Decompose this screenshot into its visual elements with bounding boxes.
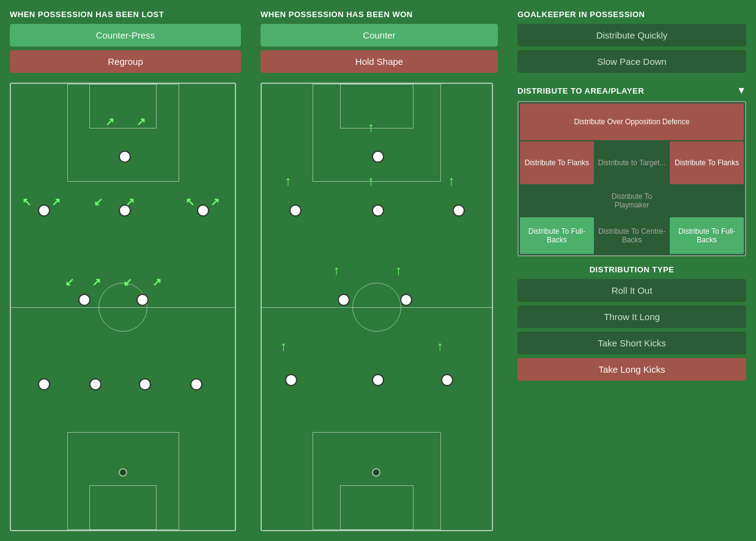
arrow-icon: ↑ [395, 263, 402, 278]
mid-pitch: ↑ ↑ ↑ ↑ ↑ ↑ ↑ ↑ [261, 83, 493, 531]
player [289, 204, 302, 217]
distribute-area-section: DISTRIBUTE TO AREA/PLAYER ▼ Distribute O… [517, 85, 746, 265]
arrow-icon: ↗ [210, 195, 220, 209]
distribute-to-fullbacks-left-btn[interactable]: Distribute To Full-Backs [520, 217, 594, 254]
slow-pace-down-btn[interactable]: Slow Pace Down [517, 50, 746, 73]
arrow-icon: ↑ [280, 338, 287, 354]
player [89, 378, 102, 390]
gk-section-title: GOALKEEPER IN POSSESSION [517, 10, 746, 19]
distribute-to-playmaker-btn[interactable]: Distribute To Playmaker [595, 185, 669, 216]
hold-shape-btn[interactable]: Hold Shape [261, 50, 498, 73]
arrow-icon: ↖ [185, 195, 195, 209]
arrow-icon: ↙ [65, 275, 74, 289]
distribute-to-flanks-left-btn[interactable]: Distribute To Flanks [520, 141, 594, 184]
distribute-quickly-btn[interactable]: Distribute Quickly [517, 24, 746, 47]
mid-column: WHEN POSSESSION HAS BEEN WON Counter Hol… [251, 0, 508, 541]
arrow-icon: ↑ [333, 263, 340, 278]
take-long-kicks-btn[interactable]: Take Long Kicks [517, 358, 746, 381]
arrow-icon: ↑ [448, 173, 455, 189]
distribute-to-centrebacks-btn[interactable]: Distribute To Centre-Backs [595, 217, 669, 254]
player [139, 378, 151, 390]
left-section-title: WHEN POSSESSION HAS BEEN LOST [10, 10, 241, 19]
arrow-icon: ↙ [123, 275, 132, 289]
player [78, 294, 91, 306]
player [372, 374, 384, 386]
arrow-icon: ↑ [368, 173, 374, 189]
roll-it-out-btn[interactable]: Roll It Out [517, 279, 746, 302]
arrow-icon: ↑ [437, 338, 443, 354]
bottom-6yd-box [340, 485, 413, 530]
player [38, 204, 50, 217]
distribute-to-fullbacks-right-btn[interactable]: Distribute To Full-Backs [670, 217, 744, 254]
player [197, 204, 209, 217]
distribute-to-target-btn[interactable]: Distribute to Target... [595, 141, 669, 184]
counter-btn[interactable]: Counter [261, 24, 498, 47]
distribution-type-title: DISTRIBUTION TYPE [517, 265, 746, 274]
top-6yd-box [89, 84, 157, 129]
left-pitch: ↗ ↗ ↖ ↗ ↙ ↗ ↖ ↗ ↙ ↗ ↙ ↗ [10, 83, 236, 531]
ball [119, 468, 127, 477]
player [119, 151, 131, 163]
distribution-type-section: DISTRIBUTION TYPE Roll It Out Throw It L… [517, 265, 746, 384]
center-circle [352, 283, 401, 332]
arrow-icon: ↗ [105, 115, 114, 129]
distribute-area-title: DISTRIBUTE TO AREA/PLAYER [517, 86, 736, 95]
player [441, 374, 453, 386]
player [372, 204, 384, 217]
player [136, 294, 149, 306]
distribute-over-opposition-btn[interactable]: Distribute Over Opposition Defence [520, 103, 744, 140]
take-short-kicks-btn[interactable]: Take Short Kicks [517, 332, 746, 354]
player [190, 378, 202, 390]
right-column: GOALKEEPER IN POSSESSION Distribute Quic… [508, 0, 756, 541]
arrow-icon: ↗ [125, 195, 135, 209]
left-column: WHEN POSSESSION HAS BEEN LOST Counter-Pr… [0, 0, 251, 541]
arrow-icon: ↖ [22, 195, 31, 209]
arrow-icon: ↗ [51, 195, 61, 209]
arrow-icon: ↙ [94, 195, 103, 209]
arrow-icon: ↗ [136, 115, 146, 129]
player [400, 294, 412, 306]
gk-section: GOALKEEPER IN POSSESSION Distribute Quic… [517, 10, 746, 76]
chevron-down-icon[interactable]: ▼ [736, 85, 746, 96]
distribute-header: DISTRIBUTE TO AREA/PLAYER ▼ [517, 85, 746, 96]
bottom-6yd-box [89, 485, 157, 530]
distribution-grid: Distribute Over Opposition Defence Distr… [517, 101, 746, 256]
counter-press-btn[interactable]: Counter-Press [10, 24, 241, 47]
player [38, 378, 50, 390]
arrow-icon: ↗ [152, 275, 161, 289]
throw-it-long-btn[interactable]: Throw It Long [517, 305, 746, 328]
arrow-icon: ↑ [368, 119, 374, 135]
center-circle [98, 283, 147, 332]
arrow-icon: ↑ [285, 173, 292, 189]
ball [372, 468, 380, 477]
player [338, 294, 350, 306]
player [285, 374, 297, 386]
top-6yd-box [340, 84, 413, 129]
regroup-btn[interactable]: Regroup [10, 50, 241, 73]
arrow-icon: ↗ [92, 275, 101, 289]
distribute-to-flanks-right-btn[interactable]: Distribute To Flanks [670, 141, 744, 184]
player [453, 204, 465, 217]
mid-section-title: WHEN POSSESSION HAS BEEN WON [261, 10, 498, 19]
